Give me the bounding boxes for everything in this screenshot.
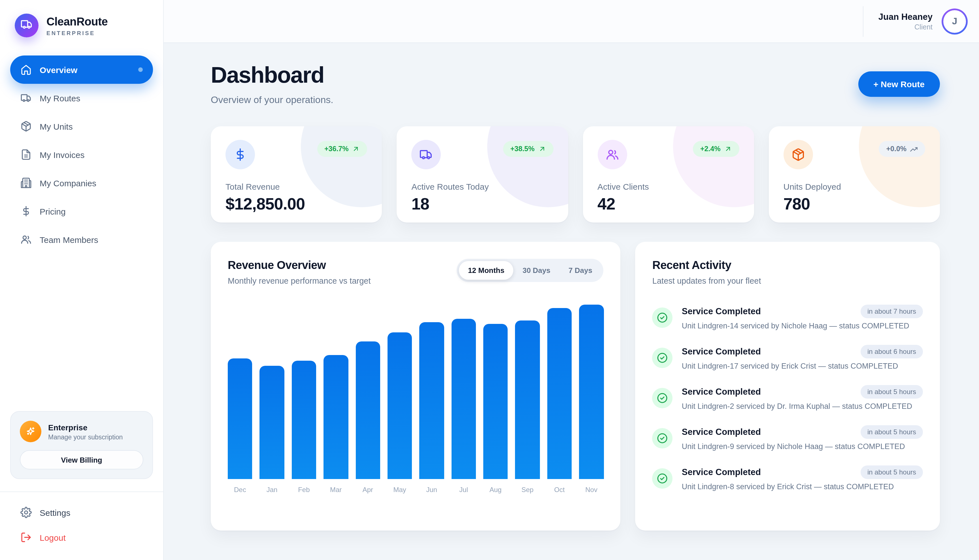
gear-icon [20,507,32,518]
x-tick-label: Dec [228,486,252,494]
x-tick-label: Jun [419,486,444,494]
time-range-tabs: 12 Months30 Days7 Days [457,259,604,282]
sidebar-nav: OverviewMy RoutesMy UnitsMy InvoicesMy C… [0,42,163,254]
activity-item-body: Service Completedin about 5 hoursUnit Li… [682,385,923,410]
delta-value: +0.0% [886,145,907,153]
activity-item-title: Service Completed [682,467,761,477]
bar-may [388,332,412,479]
user-text: Juan Heaney Client [879,12,932,31]
stat-card-active-clients: +2.4%Active Clients42 [583,126,754,223]
bar-sep [515,320,540,479]
x-tick-label: Nov [579,486,604,494]
stat-card-total-revenue: +36.7%Total Revenue$12,850.00 [211,126,382,223]
sidebar-item-label: Logout [40,533,66,542]
activity-item-time-badge: in about 5 hours [860,385,923,398]
delta-badge: +2.4% [693,141,739,157]
user-name: Juan Heaney [879,12,932,22]
sidebar-item-label: Settings [40,508,70,517]
activity-item-title: Service Completed [682,306,761,317]
activity-item: Service Completedin about 7 hoursUnit Li… [652,305,923,330]
revenue-overview-card: Revenue Overview Monthly revenue perform… [211,242,621,530]
activity-item: Service Completedin about 5 hoursUnit Li… [652,465,923,491]
header-divider [863,6,864,37]
package-icon [784,140,813,169]
activity-item-body: Service Completedin about 5 hoursUnit Li… [682,425,923,451]
chart-x-axis-labels: DecJanFebMarAprMayJunJulAugSepOctNov [228,486,604,494]
sidebar-item-my-invoices[interactable]: My Invoices [10,140,153,169]
x-tick-label: Jul [451,486,476,494]
stat-cards-row: +36.7%Total Revenue$12,850.00+38.5%Activ… [211,126,940,223]
bar-oct [547,308,572,479]
activity-item-description: Unit Lindgren-17 serviced by Erick Crist… [682,362,923,370]
plan-card: Enterprise Manage your subscription View… [10,411,153,479]
dollar-icon [226,140,255,169]
stat-card-active-routes-today: +38.5%Active Routes Today18 [397,126,568,223]
sidebar-item-label: My Companies [40,178,96,188]
users-icon [597,140,627,169]
panels-row: Revenue Overview Monthly revenue perform… [211,242,940,530]
activity-list: Service Completedin about 7 hoursUnit Li… [652,305,923,491]
plan-card-header: Enterprise Manage your subscription [20,421,143,442]
x-tick-label: Mar [324,486,348,494]
x-tick-label: Sep [515,486,540,494]
sidebar-item-label: Pricing [40,207,66,216]
package-icon [20,121,32,132]
x-tick-label: Jan [260,486,284,494]
truck-icon [412,140,441,169]
sidebar-item-label: My Invoices [40,150,84,159]
avatar[interactable]: J [942,8,968,34]
truck-icon [20,18,33,33]
sidebar-item-team-members[interactable]: Team Members [10,225,153,254]
tab-12-months[interactable]: 12 Months [459,261,514,280]
tab-7-days[interactable]: 7 Days [560,261,601,280]
user-chip[interactable]: Juan Heaney Client J [863,0,968,42]
stat-card-units-deployed: +0.0%Units Deployed780 [769,126,940,223]
bar-apr [356,342,380,479]
sidebar-item-settings[interactable]: Settings [10,500,153,525]
sidebar-footer-nav: SettingsLogout [0,492,163,560]
home-icon [20,64,32,75]
truck-icon [20,92,32,103]
stat-label: Units Deployed [784,182,926,192]
activity-item: Service Completedin about 5 hoursUnit Li… [652,385,923,410]
x-tick-label: May [388,486,412,494]
view-billing-button[interactable]: View Billing [20,450,143,469]
sidebar-item-my-companies[interactable]: My Companies [10,169,153,197]
plan-name: Enterprise [48,423,123,432]
sidebar-item-pricing[interactable]: Pricing [10,197,153,225]
arrow-up-right-icon [538,145,546,153]
circle-check-icon [652,307,673,328]
stat-label: Active Routes Today [412,182,553,192]
bar-mar [324,355,348,479]
brand-logo [15,13,38,37]
sidebar-item-my-units[interactable]: My Units [10,112,153,140]
stat-value: $12,850.00 [226,195,368,213]
revenue-title: Revenue Overview [228,259,371,272]
circle-check-icon [652,428,673,448]
bar-jan [260,366,284,479]
brand: CleanRoute ENTERPRISE [0,0,163,42]
revenue-title-block: Revenue Overview Monthly revenue perform… [228,259,371,285]
stat-label: Total Revenue [226,182,368,192]
bar-feb [292,361,316,479]
app-root: CleanRoute ENTERPRISE OverviewMy RoutesM… [0,0,979,560]
sidebar-item-overview[interactable]: Overview [10,55,153,84]
top-bar: Juan Heaney Client J [164,0,979,43]
activity-item: Service Completedin about 5 hoursUnit Li… [652,425,923,451]
brand-name: CleanRoute [47,15,108,28]
arrow-up-right-icon [724,145,732,153]
sidebar-item-my-routes[interactable]: My Routes [10,84,153,112]
sidebar-item-logout[interactable]: Logout [10,525,153,550]
activity-subtitle: Latest updates from your fleet [652,276,923,285]
revenue-bar-chart [228,305,604,479]
delta-value: +36.7% [324,145,349,153]
stat-value: 780 [784,195,926,213]
bar-dec [228,358,252,479]
page-title: Dashboard [211,62,333,88]
x-tick-label: Apr [356,486,380,494]
activity-item-description: Unit Lindgren-2 serviced by Dr. Irma Kup… [682,402,923,410]
bar-nov [579,305,604,479]
tab-30-days[interactable]: 30 Days [514,261,560,280]
activity-item-time-badge: in about 5 hours [860,425,923,439]
new-route-button[interactable]: + New Route [858,71,940,97]
